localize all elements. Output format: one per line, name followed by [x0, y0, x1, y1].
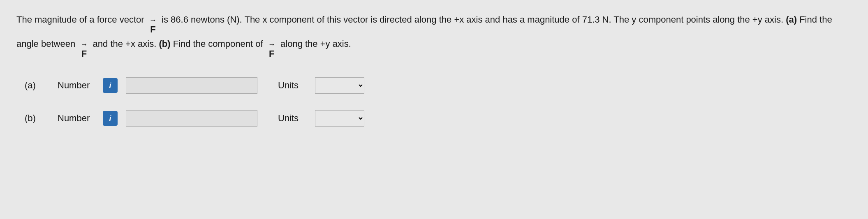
part-b-info-button[interactable]: i	[103, 111, 118, 126]
part-a-number-label: Number	[58, 80, 95, 91]
part-b-units-select[interactable]: N kN	[315, 110, 364, 127]
part-b-label: (b)	[25, 113, 49, 124]
answer-row-b: (b) Number i Units N kN	[25, 110, 852, 127]
part-b-q1: Find the component of	[173, 39, 263, 49]
problem-text: The magnitude of a force vector → F is 8…	[16, 12, 839, 61]
part-a-bold: (a)	[786, 14, 799, 25]
vector-f-inline3: → F	[268, 41, 275, 61]
problem-text-part1: The magnitude of a force vector	[16, 14, 144, 25]
vector-f-inline2: → F	[80, 41, 88, 61]
part-b-number-input[interactable]	[126, 110, 257, 127]
part-a-label: (a)	[25, 80, 49, 91]
problem-text-part2: is 86.6 newtons (N). The x component of …	[162, 14, 783, 25]
part-a-units-select[interactable]: degrees radians	[315, 77, 364, 94]
part-a-info-button[interactable]: i	[103, 78, 118, 93]
part-b-q2: along the +y axis.	[280, 39, 351, 49]
part-b-bold: (b)	[159, 39, 173, 49]
part-b-units-label: Units	[278, 113, 307, 124]
part-b-number-label: Number	[58, 113, 95, 124]
vector-f-inline1: → F	[149, 16, 157, 37]
part-a-q2: and the +x axis.	[93, 39, 157, 49]
part-a-number-input[interactable]	[126, 77, 257, 94]
answer-row-a: (a) Number i Units degrees radians	[25, 77, 852, 94]
answers-section: (a) Number i Units degrees radians (b) N…	[16, 77, 852, 127]
part-a-units-label: Units	[278, 80, 307, 91]
